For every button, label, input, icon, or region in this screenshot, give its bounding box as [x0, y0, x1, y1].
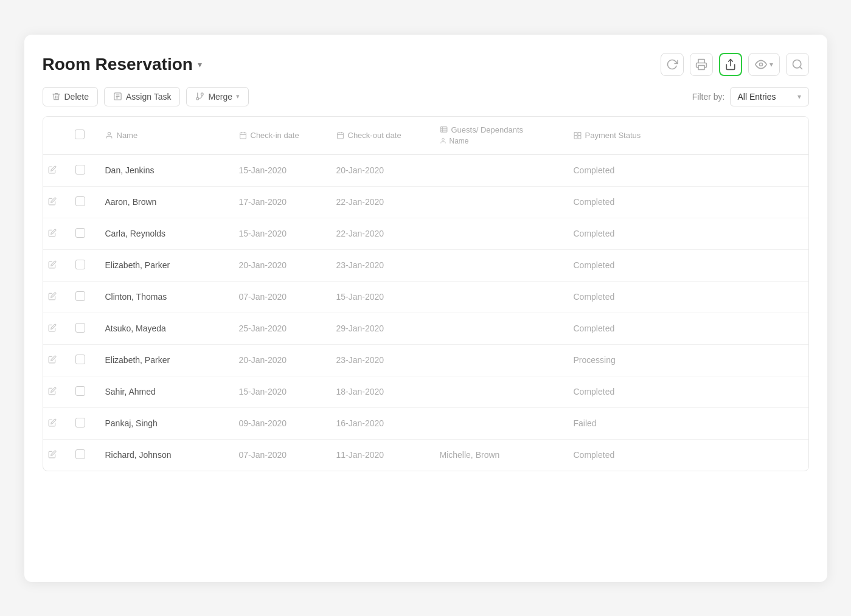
status-cell-1: Completed: [564, 186, 808, 218]
check-cell-1: [65, 186, 96, 218]
title-dropdown-arrow[interactable]: ▾: [198, 60, 202, 69]
header-actions: ▾: [661, 53, 809, 76]
merge-button[interactable]: Merge ▾: [186, 87, 249, 106]
checkout-cell-6: 23-Jan-2020: [327, 344, 430, 376]
person-icon: [105, 131, 113, 139]
name-cell-5: Atsuko, Mayeda: [96, 313, 229, 344]
merge-icon: [195, 92, 204, 101]
name-cell-8: Pankaj, Singh: [96, 407, 229, 439]
check-cell-2: [65, 218, 96, 249]
checkin-cell-9: 07-Jan-2020: [229, 439, 327, 471]
refresh-button[interactable]: [661, 53, 684, 76]
row-checkbox-8[interactable]: [75, 418, 85, 427]
edit-cell-1: [43, 186, 65, 218]
svg-rect-26: [574, 132, 577, 135]
reservations-table: Name Check-in date: [43, 117, 808, 471]
table-row: Atsuko, Mayeda 25-Jan-2020 29-Jan-2020 C…: [43, 313, 808, 344]
row-checkbox-2[interactable]: [75, 228, 85, 238]
svg-point-2: [759, 63, 762, 66]
guest-cell-8: [430, 407, 564, 439]
checkout-cell-3: 23-Jan-2020: [327, 249, 430, 281]
status-icon: [574, 131, 582, 139]
edit-cell-0: [43, 154, 65, 187]
edit-icon[interactable]: [48, 418, 57, 427]
svg-rect-28: [574, 136, 577, 139]
row-checkbox-1[interactable]: [75, 196, 85, 206]
guests-icon: [440, 126, 448, 134]
edit-cell-3: [43, 249, 65, 281]
col-name-header: Name: [96, 117, 229, 154]
table-row: Aaron, Brown 17-Jan-2020 22-Jan-2020 Com…: [43, 186, 808, 218]
edit-cell-7: [43, 376, 65, 407]
name-cell-0: Dan, Jenkins: [96, 154, 229, 187]
row-checkbox-6[interactable]: [75, 355, 85, 364]
svg-point-25: [442, 138, 444, 140]
edit-cell-9: [43, 439, 65, 471]
row-checkbox-4[interactable]: [75, 291, 85, 301]
svg-rect-21: [440, 126, 447, 132]
edit-icon[interactable]: [48, 165, 57, 174]
edit-icon[interactable]: [48, 292, 57, 300]
checkin-col-label: Check-in date: [251, 131, 299, 140]
check-cell-8: [65, 407, 96, 439]
edit-icon[interactable]: [48, 450, 57, 459]
check-cell-9: [65, 439, 96, 471]
checkout-col-label: Check-out date: [348, 131, 401, 140]
search-button[interactable]: [786, 53, 809, 76]
guest-cell-1: [430, 186, 564, 218]
table-row: Richard, Johnson 07-Jan-2020 11-Jan-2020…: [43, 439, 808, 471]
edit-icon[interactable]: [48, 260, 57, 269]
edit-icon[interactable]: [48, 387, 57, 395]
status-col-label: Payment Status: [585, 131, 641, 140]
svg-line-4: [799, 66, 802, 69]
merge-label: Merge: [208, 92, 232, 102]
calendar-icon: [239, 131, 247, 139]
status-cell-4: Completed: [564, 281, 808, 313]
filter-dropdown[interactable]: All Entries ▾: [730, 87, 809, 106]
svg-rect-27: [578, 132, 581, 135]
row-checkbox-0[interactable]: [75, 165, 85, 175]
calendar-checkout-icon: [336, 131, 344, 139]
delete-button[interactable]: Delete: [43, 87, 98, 106]
status-cell-2: Completed: [564, 218, 808, 249]
edit-icon[interactable]: [48, 324, 57, 332]
app-container: Room Reservation ▾: [24, 35, 827, 582]
checkout-cell-4: 15-Jan-2020: [327, 281, 430, 313]
view-button[interactable]: ▾: [748, 53, 780, 76]
row-checkbox-3[interactable]: [75, 260, 85, 269]
trash-icon: [52, 92, 61, 101]
guest-cell-5: [430, 313, 564, 344]
table-row: Elizabeth, Parker 20-Jan-2020 23-Jan-202…: [43, 344, 808, 376]
edit-cell-5: [43, 313, 65, 344]
filter-chevron-icon: ▾: [797, 92, 801, 101]
checkout-cell-1: 22-Jan-2020: [327, 186, 430, 218]
name-cell-7: Sahir, Ahmed: [96, 376, 229, 407]
header: Room Reservation ▾: [43, 53, 809, 76]
select-all-checkbox[interactable]: [75, 130, 85, 139]
status-cell-6: Processing: [564, 344, 808, 376]
checkin-cell-3: 20-Jan-2020: [229, 249, 327, 281]
status-cell-7: Completed: [564, 376, 808, 407]
table-body: Dan, Jenkins 15-Jan-2020 20-Jan-2020 Com…: [43, 154, 808, 471]
name-cell-9: Richard, Johnson: [96, 439, 229, 471]
svg-rect-29: [578, 136, 581, 139]
svg-rect-13: [240, 133, 246, 139]
row-checkbox-9[interactable]: [75, 449, 85, 459]
row-checkbox-5[interactable]: [75, 323, 85, 333]
guest-cell-7: [430, 376, 564, 407]
check-cell-0: [65, 154, 96, 187]
edit-icon[interactable]: [48, 229, 57, 237]
edit-cell-8: [43, 407, 65, 439]
col-check-header: [65, 117, 96, 154]
filter-label: Filter by:: [692, 92, 725, 102]
status-cell-8: Failed: [564, 407, 808, 439]
edit-icon[interactable]: [48, 197, 57, 206]
col-checkout-header: Check-out date: [327, 117, 430, 154]
share-button[interactable]: [719, 53, 742, 76]
print-button[interactable]: [690, 53, 713, 76]
name-cell-2: Carla, Reynolds: [96, 218, 229, 249]
table-header-row: Name Check-in date: [43, 117, 808, 154]
row-checkbox-7[interactable]: [75, 386, 85, 396]
edit-icon[interactable]: [48, 355, 57, 364]
assign-task-button[interactable]: Assign Task: [104, 87, 180, 106]
